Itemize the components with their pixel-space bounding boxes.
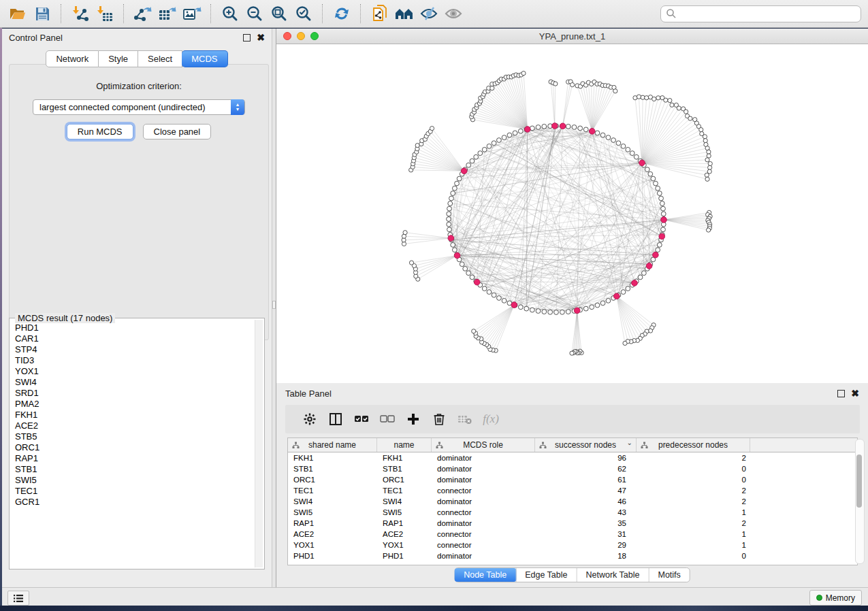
network-canvas[interactable] xyxy=(277,44,868,382)
leaf-node[interactable] xyxy=(637,95,641,99)
leaf-node[interactable] xyxy=(708,165,712,169)
show-all-icon[interactable] xyxy=(441,3,466,24)
leaf-node[interactable] xyxy=(706,228,710,232)
zoom-in-icon[interactable] xyxy=(218,3,242,24)
ring-node[interactable] xyxy=(654,181,658,186)
mcds-hub-node[interactable] xyxy=(461,168,467,174)
column-header-name[interactable]: name xyxy=(377,438,432,452)
ring-node[interactable] xyxy=(463,266,468,271)
leaf-node[interactable] xyxy=(705,177,709,181)
leaf-node[interactable] xyxy=(670,103,674,107)
leaf-node[interactable] xyxy=(613,89,617,93)
float-panel-icon[interactable] xyxy=(243,34,251,42)
leaf-node[interactable] xyxy=(430,127,434,131)
leaf-node[interactable] xyxy=(553,82,558,86)
ring-node[interactable] xyxy=(583,127,588,132)
ring-node[interactable] xyxy=(621,290,626,295)
mcds-list-item[interactable]: STP4 xyxy=(15,344,255,355)
mcds-list-item[interactable]: CAR1 xyxy=(15,333,255,344)
show-columns-icon[interactable] xyxy=(323,409,349,429)
ring-node[interactable] xyxy=(656,186,660,191)
ring-node[interactable] xyxy=(492,141,496,146)
mcds-hub-node[interactable] xyxy=(560,123,566,129)
leaf-node[interactable] xyxy=(668,99,672,103)
ring-node[interactable] xyxy=(530,126,534,131)
ring-node[interactable] xyxy=(621,144,626,148)
leaf-node[interactable] xyxy=(656,96,660,100)
ring-node[interactable] xyxy=(466,163,471,167)
ring-node[interactable] xyxy=(524,306,529,311)
mcds-hub-node[interactable] xyxy=(524,127,530,133)
ring-node[interactable] xyxy=(578,126,583,131)
ring-node[interactable] xyxy=(590,305,594,310)
mcds-list-scrollbar[interactable] xyxy=(255,320,263,567)
ring-node[interactable] xyxy=(447,222,451,227)
table-row[interactable]: ACE2ACE2connector311 xyxy=(288,529,857,540)
column-header-MCDS-role[interactable]: MCDS role xyxy=(432,438,535,452)
table-row[interactable]: PHD1PHD1dominator180 xyxy=(288,550,857,561)
tab-node-table[interactable]: Node Table xyxy=(454,568,516,582)
table-row[interactable]: STB1STB1dominator620 xyxy=(288,463,857,474)
ring-node[interactable] xyxy=(660,201,664,206)
leaf-node[interactable] xyxy=(703,139,707,143)
optimization-select[interactable]: largest connected component (undirected)… xyxy=(33,99,245,115)
ring-node[interactable] xyxy=(661,227,666,232)
table-row[interactable]: SWI5SWI5connector431 xyxy=(288,507,857,518)
ring-node[interactable] xyxy=(470,275,475,280)
import-network-icon[interactable] xyxy=(68,3,93,24)
mcds-hub-node[interactable] xyxy=(632,280,638,286)
ring-node[interactable] xyxy=(482,286,487,291)
mcds-list-item[interactable]: ORC1 xyxy=(15,442,255,453)
column-header-predecessor-nodes[interactable]: predecessor nodes xyxy=(637,438,750,452)
ring-node[interactable] xyxy=(657,243,662,248)
mcds-list-item[interactable]: SRD1 xyxy=(15,388,255,399)
table-row[interactable]: RAP1RAP1dominator352 xyxy=(288,518,857,529)
mcds-hub-node[interactable] xyxy=(551,123,558,129)
ring-node[interactable] xyxy=(447,227,452,232)
mcds-list-item[interactable]: SWI4 xyxy=(15,377,255,388)
ring-node[interactable] xyxy=(600,301,605,306)
deselect-all-icon[interactable] xyxy=(374,409,400,429)
ring-node[interactable] xyxy=(606,299,611,303)
mcds-hub-node[interactable] xyxy=(589,129,595,135)
ring-node[interactable] xyxy=(518,129,523,133)
column-header-shared-name[interactable]: shared name xyxy=(288,438,377,452)
tab-network[interactable]: Network xyxy=(46,50,99,67)
ring-node[interactable] xyxy=(530,308,534,312)
ring-node[interactable] xyxy=(536,309,541,314)
ring-node[interactable] xyxy=(455,181,460,186)
run-mcds-button[interactable]: Run MCDS xyxy=(67,124,133,139)
delete-column-icon[interactable] xyxy=(426,409,452,429)
zoom-fit-icon[interactable] xyxy=(267,3,291,24)
open-file-icon[interactable] xyxy=(5,3,30,24)
task-history-button[interactable] xyxy=(7,591,29,606)
tab-motifs[interactable]: Motifs xyxy=(648,568,689,582)
close-panel-button[interactable]: Close panel xyxy=(143,124,212,139)
ring-node[interactable] xyxy=(497,138,502,143)
ring-node[interactable] xyxy=(661,212,666,216)
column-header-successor-nodes[interactable]: successor nodes⌄ xyxy=(535,438,637,452)
save-session-icon[interactable] xyxy=(30,3,54,24)
leaf-node[interactable] xyxy=(664,98,668,102)
ring-node[interactable] xyxy=(566,310,570,314)
leaf-node[interactable] xyxy=(623,341,627,345)
leaf-node[interactable] xyxy=(677,106,681,110)
table-scrollbar[interactable] xyxy=(855,439,865,564)
ring-node[interactable] xyxy=(502,299,507,303)
table-settings-icon[interactable] xyxy=(297,409,323,429)
ring-node[interactable] xyxy=(478,151,483,156)
ring-node[interactable] xyxy=(470,159,475,163)
tab-mcds[interactable]: MCDS xyxy=(182,50,227,67)
ring-node[interactable] xyxy=(518,305,523,310)
ring-node[interactable] xyxy=(447,206,452,211)
table-row[interactable]: ORC1ORC1dominator610 xyxy=(288,474,857,485)
ring-node[interactable] xyxy=(638,275,643,280)
mcds-list-item[interactable]: TID3 xyxy=(15,355,255,366)
close-panel-icon[interactable]: ✖ xyxy=(257,34,265,42)
tab-style[interactable]: Style xyxy=(99,50,138,67)
ring-node[interactable] xyxy=(542,310,547,314)
function-builder-icon[interactable]: f(x) xyxy=(478,409,504,429)
table-scrollbar-thumb[interactable] xyxy=(856,455,862,508)
ring-node[interactable] xyxy=(659,196,664,201)
leaf-node[interactable] xyxy=(705,158,709,162)
